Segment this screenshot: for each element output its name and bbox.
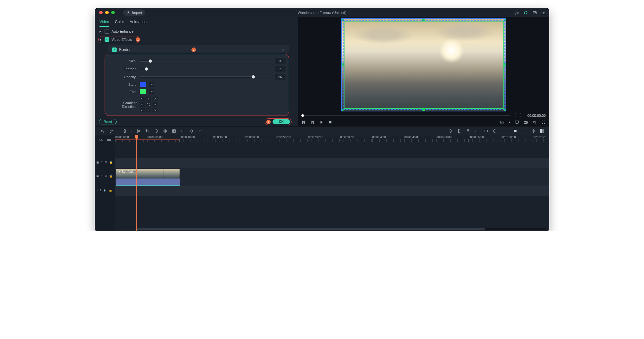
greenscreen-icon[interactable] (172, 129, 176, 133)
preview-scrubber[interactable] (301, 115, 510, 116)
grad-dir-l[interactable]: ← (140, 102, 145, 107)
grad-dir-tr[interactable]: ↗ (152, 97, 158, 101)
grad-dir-tl[interactable]: ↖ (140, 97, 145, 101)
scissors-icon[interactable] (136, 129, 141, 133)
end-color-dropdown[interactable]: ▾ (149, 89, 154, 94)
redo-icon[interactable] (109, 129, 113, 133)
border-checkbox[interactable]: ✓ (112, 47, 117, 52)
timeline-body[interactable]: 00:00:00:00 00:00:05:00 00:00:10:00 00:0… (115, 135, 549, 231)
camera-icon[interactable] (524, 120, 528, 124)
clip-sea-video[interactable]: ✦Sea Video (116, 169, 180, 186)
grad-dir-bl[interactable]: ↙ (140, 108, 145, 112)
eye-icon[interactable]: 👁 (105, 174, 107, 178)
preview-canvas[interactable] (341, 18, 506, 111)
tracking-icon[interactable] (181, 129, 185, 133)
video-track-2[interactable]: ▣2 👁 🔒 (115, 158, 549, 168)
play-icon[interactable] (319, 120, 324, 124)
work-area-marker[interactable] (115, 139, 179, 140)
audio-track-1[interactable]: ♪1 🔈 🔒 (115, 186, 549, 196)
preview-art (351, 25, 415, 44)
undo-icon[interactable] (100, 129, 105, 133)
tab-color[interactable]: Color (115, 20, 124, 27)
start-color-dropdown[interactable]: ▾ (149, 82, 154, 87)
grad-dir-b[interactable]: ↓ (146, 108, 151, 112)
grad-dir-c[interactable]: ⛶ (146, 102, 151, 107)
maximize-icon[interactable] (111, 11, 115, 14)
tab-video[interactable]: Video (100, 20, 109, 27)
volume-icon[interactable] (532, 120, 537, 124)
unlink-icon[interactable] (107, 138, 111, 142)
opacity-slider[interactable] (140, 75, 272, 79)
monitor-icon[interactable] (515, 120, 519, 124)
login-button[interactable]: Login (511, 11, 519, 15)
adjust-icon[interactable] (198, 129, 203, 133)
zoom-in-icon[interactable] (531, 129, 536, 133)
speed-icon[interactable] (154, 129, 158, 133)
aspect-icon[interactable] (484, 129, 488, 133)
end-color-swatch[interactable] (140, 89, 146, 94)
timeline-view-toggle[interactable] (540, 129, 544, 133)
auto-enhance-row[interactable]: ▸ Auto Enhance (95, 27, 298, 35)
timeline-ruler[interactable]: 00:00:00:00 00:00:05:00 00:00:10:00 00:0… (115, 135, 549, 145)
trash-icon[interactable] (123, 129, 127, 133)
resize-handle[interactable] (504, 18, 506, 21)
keyframe-icon[interactable] (190, 129, 194, 133)
feather-slider[interactable] (140, 67, 272, 71)
video-effects-row[interactable]: ▾ ✓ Video Effects 1 (95, 35, 298, 44)
reset-button[interactable]: Reset (99, 119, 117, 124)
crop-icon[interactable] (145, 129, 150, 133)
close-effect-icon[interactable]: ✕ (281, 47, 285, 52)
marker-icon[interactable] (457, 129, 461, 133)
playhead[interactable] (136, 135, 137, 231)
skip-back-icon[interactable] (301, 120, 306, 124)
step-forward-icon[interactable] (310, 120, 315, 124)
headphone-icon[interactable] (524, 10, 528, 15)
fullscreen-icon[interactable] (541, 120, 546, 124)
eye-icon[interactable]: 👁 (105, 161, 107, 164)
preview-viewport[interactable] (298, 17, 549, 113)
resize-handle[interactable] (422, 18, 425, 21)
close-icon[interactable] (99, 11, 103, 14)
lock-icon[interactable]: 🔒 (109, 174, 113, 178)
import-button[interactable]: Import (123, 9, 145, 16)
auto-enhance-checkbox[interactable] (105, 29, 109, 34)
resize-handle[interactable] (504, 64, 506, 66)
svg-point-12 (200, 130, 200, 130)
start-color-swatch[interactable] (140, 82, 146, 87)
ok-button[interactable]: OK (273, 119, 290, 124)
resize-handle[interactable] (341, 109, 344, 111)
resize-handle[interactable] (341, 18, 344, 21)
video-track-1[interactable]: ▣1 👁 🔒 ✦Sea Video (115, 168, 549, 186)
resize-handle[interactable] (504, 109, 506, 111)
grad-dir-br[interactable]: ↘ (152, 108, 158, 112)
video-effects-checkbox[interactable]: ✓ (105, 37, 109, 42)
resize-handle[interactable] (422, 109, 425, 111)
preview-zoom-label[interactable]: 1/2 (499, 120, 504, 124)
tab-animation[interactable]: Animation (130, 20, 146, 27)
opacity-value[interactable]: 86 (275, 74, 286, 80)
link-icon[interactable] (99, 138, 104, 142)
mixer-icon[interactable] (475, 129, 479, 133)
mail-icon[interactable] (532, 10, 537, 15)
timeline-empty-area[interactable] (115, 196, 549, 231)
lock-icon[interactable]: 🔒 (109, 189, 112, 192)
mic-icon[interactable] (466, 129, 470, 133)
size-slider[interactable] (140, 59, 272, 63)
chevron-down-icon[interactable]: ▾ (509, 121, 510, 124)
stop-icon[interactable] (328, 120, 332, 124)
minimize-icon[interactable] (105, 11, 109, 14)
timeline-scrollbar[interactable] (136, 228, 546, 230)
color-icon[interactable] (163, 129, 167, 133)
size-value[interactable]: 3 (275, 58, 286, 64)
grad-dir-r[interactable]: → (152, 102, 158, 107)
lock-icon[interactable]: 🔒 (109, 161, 113, 164)
ruler-tick: 00:00:05:00 (147, 135, 163, 139)
speaker-icon[interactable]: 🔈 (103, 189, 107, 192)
zoom-out-icon[interactable] (493, 129, 497, 133)
render-icon[interactable] (448, 129, 453, 133)
timeline-zoom-slider[interactable] (501, 131, 527, 131)
feather-value[interactable]: 2 (275, 66, 286, 72)
grad-dir-t[interactable]: ↑ (146, 97, 151, 101)
resize-handle[interactable] (341, 64, 344, 66)
export-icon[interactable] (541, 10, 546, 15)
